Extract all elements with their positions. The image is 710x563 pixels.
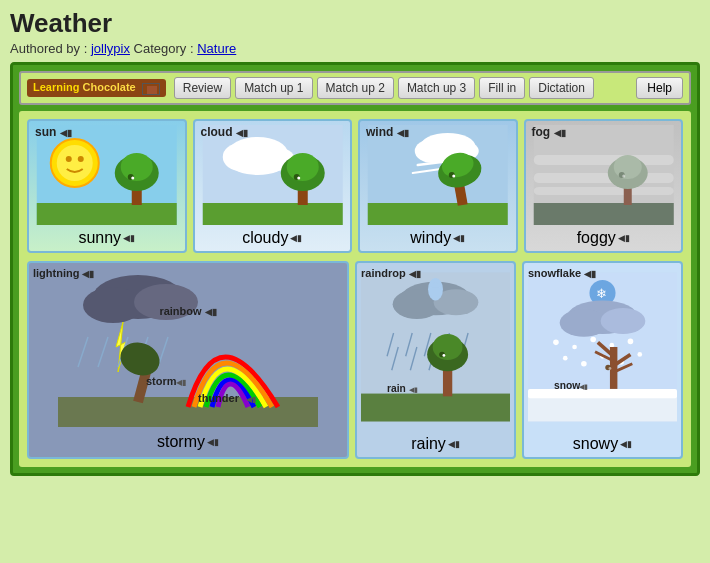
svg-point-5 <box>78 156 84 162</box>
svg-rect-36 <box>533 155 673 165</box>
content-area: sun ◀▮ <box>19 111 691 467</box>
svg-point-92 <box>590 337 596 343</box>
fillin-button[interactable]: Fill in <box>479 77 525 99</box>
snowy-speaker[interactable]: ◀▮ <box>620 439 632 449</box>
svg-point-91 <box>572 345 577 350</box>
svg-rect-23 <box>368 203 508 225</box>
svg-point-4 <box>66 156 72 162</box>
toolbar: Learning Chocolate Review Match up 1 Mat… <box>19 71 691 105</box>
svg-rect-12 <box>202 203 342 225</box>
svg-rect-1 <box>37 203 177 225</box>
cloudy-cell: cloud ◀▮ <box>193 119 353 253</box>
rainy-word: rainy <box>411 435 446 453</box>
windy-speaker[interactable]: ◀▮ <box>453 233 465 243</box>
cloud-label: cloud ◀▮ <box>201 125 248 139</box>
svg-rect-62 <box>361 394 510 422</box>
cloudy-scene <box>199 125 347 225</box>
svg-text:storm: storm <box>146 375 177 387</box>
svg-point-95 <box>563 356 568 361</box>
sun-speaker[interactable]: ◀▮ <box>60 128 72 138</box>
sunny-word: sunny <box>78 229 121 247</box>
lightning-label: lightning ◀▮ <box>33 267 94 279</box>
wind-label: wind ◀▮ <box>366 125 409 139</box>
svg-point-80 <box>442 354 445 357</box>
stormy-bottom: stormy ◀▮ <box>33 433 343 451</box>
matchup1-button[interactable]: Match up 1 <box>235 77 312 99</box>
wind-speaker[interactable]: ◀▮ <box>397 128 409 138</box>
sunny-speaker[interactable]: ◀▮ <box>123 233 135 243</box>
fog-speaker[interactable]: ◀▮ <box>554 128 566 138</box>
svg-text:snow: snow <box>554 380 580 391</box>
toolbar-buttons: Review Match up 1 Match up 2 Match up 3 … <box>174 77 637 99</box>
svg-text:thunder: thunder <box>198 392 240 404</box>
sun-label: sun ◀▮ <box>35 125 72 139</box>
svg-text:◀▮: ◀▮ <box>246 395 256 404</box>
svg-point-89 <box>601 308 646 334</box>
author-link[interactable]: jollypix <box>91 41 130 56</box>
category-link[interactable]: Nature <box>197 41 236 56</box>
windy-cell: wind ◀▮ <box>358 119 518 253</box>
matchup2-button[interactable]: Match up 2 <box>317 77 394 99</box>
svg-rect-38 <box>533 187 673 195</box>
svg-rect-37 <box>533 173 673 183</box>
storm-rainbow-cell: lightning ◀▮ rainbow ◀▮ <box>27 261 349 459</box>
svg-point-107 <box>609 367 612 370</box>
weather-row-1: sun ◀▮ <box>27 119 683 253</box>
svg-text:rain: rain <box>387 383 406 394</box>
svg-point-10 <box>131 177 134 180</box>
logo: Learning Chocolate <box>27 79 166 96</box>
svg-point-78 <box>433 334 463 360</box>
rainy-cell: raindrop ◀▮ <box>355 261 516 459</box>
snowflake-label: snowflake ◀▮ <box>528 267 596 279</box>
snowy-bottom: snowy ◀▮ <box>528 435 677 453</box>
sunny-scene <box>33 125 181 225</box>
raindrop-label: raindrop ◀▮ <box>361 267 421 279</box>
page-wrapper: Weather Authored by : jollypix Category … <box>0 0 710 484</box>
rainbow-speaker[interactable]: ◀▮ <box>205 307 217 317</box>
svg-point-3 <box>57 145 93 181</box>
svg-point-90 <box>553 340 559 346</box>
svg-point-8 <box>121 153 153 181</box>
dictation-button[interactable]: Dictation <box>529 77 594 99</box>
matchup3-button[interactable]: Match up 3 <box>398 77 475 99</box>
category-prefix: Category : <box>134 41 194 56</box>
fog-label: fog ◀▮ <box>532 125 566 139</box>
svg-point-99 <box>637 352 642 357</box>
raindrop-speaker[interactable]: ◀▮ <box>409 269 421 279</box>
svg-point-47 <box>83 287 143 323</box>
stormy-word: stormy <box>157 433 205 451</box>
svg-text:❄: ❄ <box>596 286 607 301</box>
svg-point-33 <box>452 175 455 178</box>
snowflake-speaker[interactable]: ◀▮ <box>584 269 596 279</box>
svg-point-41 <box>613 155 641 179</box>
svg-point-21 <box>297 177 300 180</box>
review-button[interactable]: Review <box>174 77 231 99</box>
weather-row-2: lightning ◀▮ rainbow ◀▮ <box>27 261 683 459</box>
svg-point-43 <box>622 175 625 178</box>
stormy-speaker[interactable]: ◀▮ <box>207 437 219 447</box>
svg-point-88 <box>560 309 608 337</box>
svg-rect-100 <box>528 389 677 398</box>
svg-point-96 <box>581 361 587 367</box>
rainy-scene: rain ◀▮ <box>361 267 510 427</box>
snowy-scene: ❄ <box>528 267 677 427</box>
svg-point-19 <box>286 153 318 181</box>
snowy-cell: snowflake ◀▮ ❄ <box>522 261 683 459</box>
svg-text:◀▮: ◀▮ <box>579 382 588 391</box>
svg-rect-35 <box>533 203 673 225</box>
foggy-cell: fog ◀▮ <box>524 119 684 253</box>
foggy-word: foggy <box>577 229 616 247</box>
cloudy-speaker[interactable]: ◀▮ <box>290 233 302 243</box>
main-box: Learning Chocolate Review Match up 1 Mat… <box>10 62 700 476</box>
windy-bottom: windy ◀▮ <box>364 229 512 247</box>
foggy-speaker[interactable]: ◀▮ <box>618 233 630 243</box>
help-button[interactable]: Help <box>636 77 683 99</box>
logo-text1: Learning <box>33 81 79 93</box>
rainy-speaker[interactable]: ◀▮ <box>448 439 460 449</box>
author-line: Authored by : jollypix Category : Nature <box>10 41 700 56</box>
svg-point-66 <box>428 278 443 300</box>
cloud-speaker[interactable]: ◀▮ <box>236 128 248 138</box>
lightning-speaker[interactable]: ◀▮ <box>82 269 94 279</box>
windy-word: windy <box>410 229 451 247</box>
windy-scene <box>364 125 512 225</box>
